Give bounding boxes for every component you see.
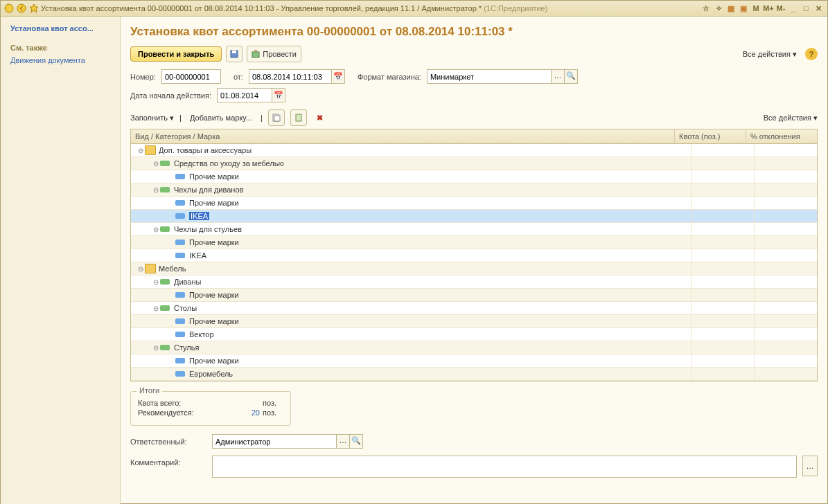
recommended-label: Рекомендуется: (138, 408, 194, 417)
category-icon (160, 305, 170, 311)
category-icon (160, 279, 170, 285)
tree-row[interactable]: Прочие марки (131, 236, 817, 249)
fav-add-icon[interactable]: ☆ (700, 3, 712, 14)
tree-row[interactable]: IKEA (131, 249, 817, 262)
back-icon[interactable] (16, 3, 27, 14)
tree-row[interactable]: ⊖Чехлы для стульев (131, 223, 817, 236)
sidebar-item-seealso[interactable]: См. также (1, 42, 120, 54)
sidebar-item-main[interactable]: Установка квот ассо... (1, 22, 120, 35)
row-label: Прочие марки (189, 238, 239, 246)
app-window: Установка квот ассортимента 00-00000001 … (0, 0, 828, 504)
toggle-icon[interactable]: ⊖ (136, 265, 145, 273)
fill-dropdown[interactable]: Заполнить ▾ (130, 114, 174, 123)
save-button[interactable] (226, 46, 243, 62)
svg-marker-2 (30, 4, 38, 12)
brand-icon (175, 332, 185, 337)
store-format-input[interactable] (427, 69, 552, 84)
toolbar-grid: Заполнить ▾ | Добавить марку... | ✖ Все … (130, 109, 818, 126)
m-icon[interactable]: M (750, 3, 762, 14)
grid-all-actions-dropdown[interactable]: Все действия ▾ (764, 114, 818, 123)
tree-row[interactable]: IKEA (131, 210, 817, 223)
tree-row[interactable]: ⊖Мебель (131, 262, 817, 276)
number-input[interactable] (161, 69, 221, 84)
row-label: Евромебель (189, 370, 233, 378)
post-button[interactable]: Провести (247, 46, 301, 62)
row-label: Столы (174, 304, 197, 312)
tree-grid[interactable]: Вид / Категория / Марка Квота (поз.) % о… (130, 129, 818, 381)
row-label: Средства по уходу за мебелью (174, 159, 284, 168)
toggle-icon[interactable]: ⊖ (152, 344, 160, 352)
responsible-search-icon[interactable]: 🔍 (350, 434, 363, 449)
totals-legend: Итоги (136, 386, 162, 395)
tree-row[interactable]: ⊖Средства по уходу за мебелью (131, 157, 817, 170)
tree-row[interactable]: Прочие марки (131, 354, 817, 368)
toggle-icon[interactable]: ⊖ (152, 278, 160, 286)
toggle-icon[interactable]: ⊖ (136, 147, 145, 154)
tree-row[interactable]: ⊖Столы (131, 302, 817, 315)
minimize-icon[interactable]: _ (787, 3, 800, 14)
tree-row[interactable]: Прочие марки (131, 197, 817, 210)
responsible-select-icon[interactable]: … (337, 434, 350, 449)
recommended-unit: поз. (263, 408, 283, 417)
category-icon (160, 187, 170, 192)
category-icon (160, 345, 170, 350)
delete-icon[interactable]: ✖ (312, 110, 328, 125)
category-icon (160, 161, 170, 166)
all-actions-dropdown[interactable]: Все действия ▾ (743, 50, 797, 59)
row-label: Стулья (174, 343, 199, 352)
close-icon[interactable]: ✕ (812, 3, 825, 14)
comment-expand-icon[interactable]: … (802, 456, 818, 476)
tree-row[interactable]: Прочие марки (131, 289, 817, 302)
brand-icon (175, 200, 185, 206)
tree-row[interactable]: Вектор (131, 328, 817, 341)
post-and-close-button[interactable]: Провести и закрыть (130, 46, 222, 62)
mplus-icon[interactable]: M+ (762, 3, 775, 14)
brand-icon (175, 318, 185, 324)
tree-row[interactable]: Прочие марки (131, 170, 817, 183)
tree-row[interactable]: Прочие марки (131, 315, 817, 328)
quota-total-label: Квота всего: (138, 399, 181, 407)
tree-row[interactable]: Евромебель (131, 368, 817, 381)
sidebar-item-movements[interactable]: Движения документа (1, 54, 120, 66)
tree-row[interactable]: ⊖Диваны (131, 276, 817, 289)
row-label: Прочие марки (189, 357, 239, 365)
calendar-from-icon[interactable]: 📅 (332, 69, 345, 84)
calc-icon[interactable]: ▦ (725, 3, 737, 14)
paste-icon[interactable] (290, 109, 307, 126)
sidebar: Установка квот ассо... См. также Движени… (1, 17, 121, 504)
store-format-search-icon[interactable]: 🔍 (565, 69, 578, 84)
start-date-input[interactable] (217, 88, 272, 102)
grid-header-quota[interactable]: Квота (поз.) (675, 129, 746, 143)
add-brand-button[interactable]: Добавить марку... (187, 112, 255, 123)
tree-row[interactable]: ⊖Чехлы для диванов (131, 183, 817, 197)
toggle-icon[interactable]: ⊖ (152, 160, 160, 168)
tree-row[interactable]: ⊖Стулья (131, 341, 817, 354)
star-icon[interactable] (28, 3, 39, 14)
toggle-icon[interactable]: ⊖ (152, 305, 160, 312)
row-label: Прочие марки (189, 291, 239, 299)
help-icon[interactable]: ? (805, 48, 818, 60)
grid-header-category[interactable]: Вид / Категория / Марка (131, 129, 675, 143)
toggle-icon[interactable]: ⊖ (152, 226, 160, 233)
label-format: Формат магазина: (358, 73, 421, 81)
comment-input[interactable] (212, 456, 797, 478)
row-label: IKEA (189, 212, 209, 220)
fav-icon[interactable]: ✧ (712, 3, 725, 14)
tree-row[interactable]: ⊖Доп. товары и аксессуары (131, 144, 817, 157)
store-format-select-icon[interactable]: … (552, 69, 565, 84)
date-from-input[interactable] (249, 69, 332, 84)
label-start-date: Дата начала действия: (130, 91, 211, 100)
maximize-icon[interactable]: □ (800, 3, 812, 14)
row-label: Диваны (174, 278, 201, 286)
mminus-icon[interactable]: M- (775, 3, 787, 14)
brand-icon (175, 240, 185, 245)
calendar-icon[interactable]: ▣ (737, 3, 750, 14)
svg-rect-4 (232, 51, 236, 53)
grid-header-deviation[interactable]: % отклонения (746, 129, 817, 143)
copy-icon[interactable] (268, 109, 285, 126)
toggle-icon[interactable]: ⊖ (152, 186, 160, 194)
responsible-input[interactable] (212, 434, 337, 449)
window-title: Установка квот ассортимента 00-00000001 … (41, 4, 700, 12)
svg-rect-5 (252, 52, 259, 57)
calendar-start-icon[interactable]: 📅 (272, 88, 285, 102)
